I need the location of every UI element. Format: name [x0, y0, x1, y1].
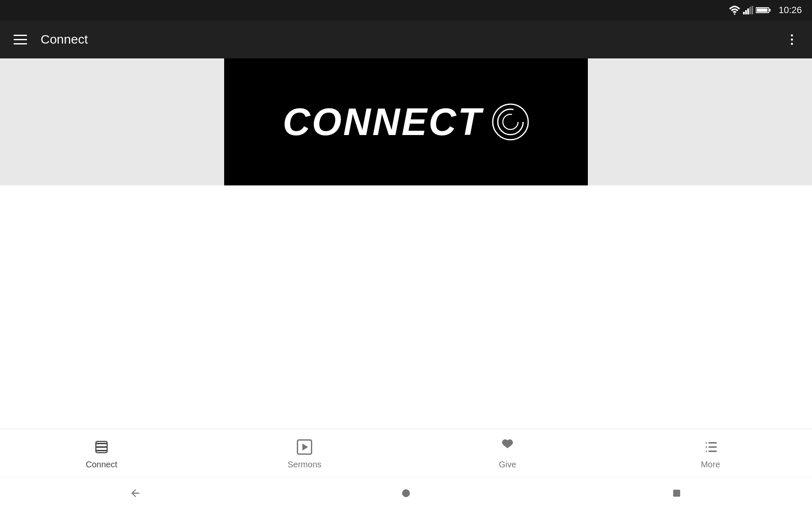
hamburger-menu-button[interactable] — [8, 28, 32, 51]
svg-rect-2 — [745, 10, 747, 14]
overflow-menu-button[interactable] — [780, 28, 804, 51]
svg-marker-14 — [302, 443, 308, 450]
status-icons — [729, 6, 771, 15]
svg-rect-22 — [673, 489, 680, 497]
give-nav-icon — [498, 438, 517, 456]
hero-logo: CONNECT — [283, 100, 529, 144]
status-bar-right: 10:26 — [729, 5, 802, 16]
svg-rect-5 — [752, 6, 753, 14]
android-back-button[interactable] — [118, 480, 152, 506]
sermons-nav-icon — [295, 438, 314, 456]
target-icon — [491, 103, 529, 141]
app-toolbar: Connect — [0, 20, 812, 58]
svg-rect-17 — [708, 450, 717, 452]
status-time: 10:26 — [779, 5, 802, 16]
connect-nav-label: Connect — [86, 460, 118, 469]
hero-text: CONNECT — [283, 100, 483, 144]
signal-icon — [743, 6, 753, 15]
back-icon — [129, 487, 141, 499]
svg-point-21 — [402, 489, 410, 497]
battery-icon — [756, 6, 771, 14]
svg-rect-3 — [747, 8, 749, 14]
play-box-icon — [296, 439, 313, 456]
svg-point-0 — [734, 14, 735, 15]
svg-rect-15 — [708, 442, 717, 443]
svg-point-11 — [503, 114, 518, 130]
nav-item-more[interactable]: More — [609, 429, 812, 478]
svg-rect-20 — [705, 450, 707, 452]
svg-rect-4 — [749, 7, 751, 14]
more-nav-icon — [701, 438, 720, 456]
list-icon — [702, 439, 719, 456]
bottom-navigation: Connect Sermons Give More — [0, 429, 812, 478]
overflow-dot-2 — [791, 39, 793, 41]
android-recent-button[interactable] — [660, 480, 694, 506]
give-icon — [498, 438, 517, 456]
nav-item-give[interactable]: Give — [406, 429, 609, 478]
overflow-dot-1 — [791, 34, 793, 36]
status-bar: 10:26 — [0, 0, 812, 20]
android-navigation-bar — [0, 478, 812, 508]
toolbar-title: Connect — [41, 32, 780, 47]
wifi-icon — [729, 6, 741, 15]
give-nav-label: Give — [499, 460, 516, 469]
svg-rect-1 — [743, 12, 745, 14]
overflow-dot-3 — [791, 43, 793, 45]
svg-point-10 — [498, 109, 523, 135]
recent-square-icon — [672, 489, 681, 498]
content-area — [0, 185, 812, 429]
connect-nav-icon — [92, 438, 111, 456]
hero-logo-icon — [491, 103, 529, 141]
hamburger-line-3 — [14, 43, 27, 44]
main-content: CONNECT — [0, 58, 812, 429]
hamburger-line-1 — [14, 35, 27, 36]
hamburger-line-2 — [14, 39, 27, 40]
nav-item-connect[interactable]: Connect — [0, 429, 203, 478]
article-icon — [93, 439, 110, 456]
hero-banner: CONNECT — [224, 58, 588, 185]
svg-rect-18 — [705, 442, 707, 443]
svg-rect-8 — [757, 8, 768, 12]
svg-rect-7 — [769, 9, 771, 11]
nav-item-sermons[interactable]: Sermons — [203, 429, 406, 478]
more-nav-label: More — [701, 460, 720, 469]
svg-rect-16 — [708, 446, 717, 447]
home-circle-icon — [401, 489, 411, 498]
sermons-nav-label: Sermons — [288, 460, 321, 469]
svg-rect-19 — [705, 446, 707, 447]
android-home-button[interactable] — [389, 480, 423, 506]
